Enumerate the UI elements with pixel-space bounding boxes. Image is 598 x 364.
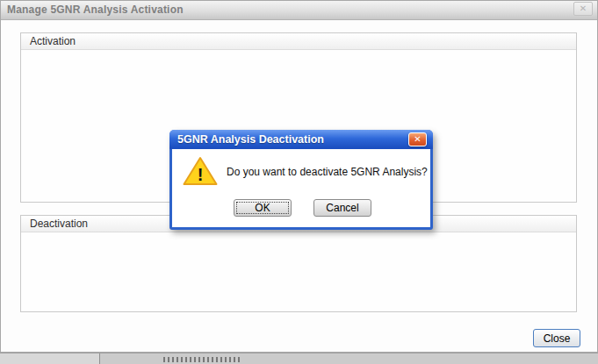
warning-icon: ! xyxy=(183,156,218,186)
modal-titlebar[interactable]: 5GNR Analysis Deactivation ✕ xyxy=(169,130,433,149)
activation-header-label: Activation xyxy=(30,35,76,47)
svg-text:!: ! xyxy=(198,165,204,184)
activation-panel-header: Activation xyxy=(21,33,576,50)
modal-title: 5GNR Analysis Deactivation xyxy=(177,133,324,146)
manage-activation-dialog: Manage 5GNR Analysis Activation ✕ Activa… xyxy=(0,0,598,364)
close-button[interactable]: Close xyxy=(533,329,580,347)
background-app-panel xyxy=(0,353,100,364)
deactivation-confirm-dialog: 5GNR Analysis Deactivation ✕ ! Do you wa… xyxy=(169,130,433,230)
dialog-title: Manage 5GNR Analysis Activation xyxy=(7,4,184,16)
background-app-text-fragment xyxy=(163,357,242,362)
modal-message: Do you want to deactivate 5GNR Analysis? xyxy=(227,166,428,178)
cancel-button[interactable]: Cancel xyxy=(313,199,371,217)
modal-body: ! Do you want to deactivate 5GNR Analysi… xyxy=(172,149,430,227)
deactivation-header-label: Deactivation xyxy=(30,218,88,230)
dialog-close-icon[interactable]: ✕ xyxy=(573,2,593,16)
ok-button[interactable]: OK xyxy=(234,199,292,217)
dialog-titlebar[interactable]: Manage 5GNR Analysis Activation ✕ xyxy=(0,0,598,20)
modal-close-icon[interactable]: ✕ xyxy=(408,132,427,146)
